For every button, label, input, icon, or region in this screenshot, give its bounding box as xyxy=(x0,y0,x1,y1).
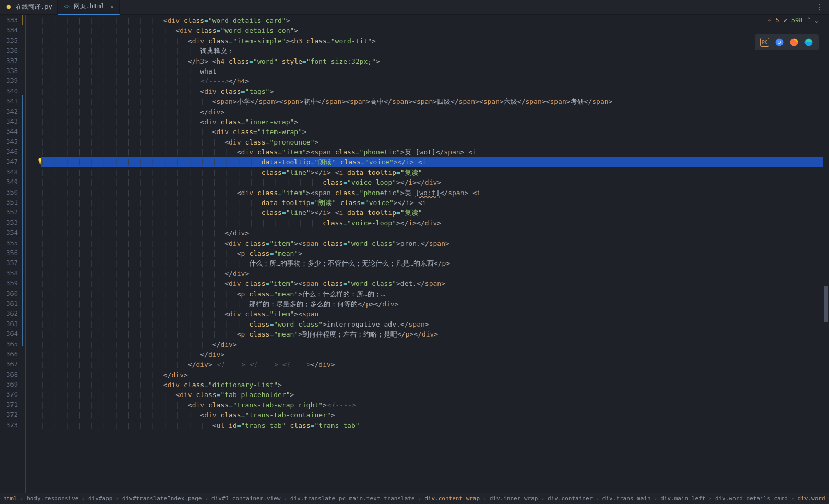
breadcrumb-item[interactable]: body.responsive xyxy=(26,495,79,502)
code-line[interactable]: | | | | | | | | | | | | | | | | | | | | … xyxy=(41,218,829,228)
chevron-right-icon: › xyxy=(652,495,660,502)
tab-bar: 在线翻译.py 网页.html × ⋮ xyxy=(0,0,829,15)
code-line[interactable]: | | | | | | | | | | | | | </div> xyxy=(41,107,829,117)
breadcrumb-item[interactable]: div.word-details-con xyxy=(797,495,829,502)
code-line[interactable]: | | | | | | | | | | | | | | | </div> xyxy=(41,269,829,279)
code-line[interactable]: | | | | | | | | | | | | | | | <div class… xyxy=(41,309,829,319)
tab-html-file[interactable]: 网页.html × xyxy=(58,0,120,15)
edge-icon[interactable] xyxy=(804,38,813,47)
chevron-right-icon: › xyxy=(416,495,424,502)
code-line[interactable]: | | | | | | | | | | <div class="dictiona… xyxy=(41,380,829,390)
code-line[interactable]: | | | | | | | | | | | | | | | | | | clas… xyxy=(41,208,829,218)
code-line[interactable]: | | | | | | | | | | | | | | | <div class… xyxy=(41,137,829,147)
code-line[interactable]: | | | | | | | | | | | | | | | | <div cla… xyxy=(41,188,829,198)
tab-python-file[interactable]: 在线翻译.py xyxy=(0,0,58,15)
tab-overflow-menu[interactable]: ⋮ xyxy=(815,2,829,12)
chevron-right-icon: › xyxy=(706,495,714,502)
code-line[interactable]: | | | | | | | | | | | | | | | | | 那样的；尽量… xyxy=(41,299,829,309)
code-line[interactable]: | | | | | | | | | | | | | | | | | | data… xyxy=(41,157,829,167)
pycharm-preview-icon[interactable]: PC xyxy=(760,38,769,47)
chevron-right-icon: › xyxy=(594,495,601,502)
tab-label: 网页.html xyxy=(74,2,105,11)
chevron-right-icon: › xyxy=(18,495,26,502)
line-number: 368 xyxy=(0,370,18,380)
line-number: 371 xyxy=(0,400,18,410)
code-line[interactable]: | | | | | | | | | | | | | | <ul id="tran… xyxy=(41,421,829,430)
code-line[interactable]: | | | | | | | | | | | | <div class="tran… xyxy=(41,400,829,410)
line-number: 365 xyxy=(0,340,18,350)
line-number: 338 xyxy=(0,66,18,76)
code-line[interactable]: | | | | | | | | | | | | | <!----></h4> xyxy=(41,76,829,86)
code-line[interactable]: | | | | | | | | | | | | | <div class="ta… xyxy=(41,87,829,97)
breadcrumb-item[interactable]: div.main-left xyxy=(659,495,706,502)
nav-down-icon[interactable]: ⌄ xyxy=(815,17,819,24)
line-number: 337 xyxy=(0,56,18,66)
code-line[interactable]: | | | | | | | | | | | | | what xyxy=(41,66,829,76)
code-line[interactable]: | | | | | | | | | | | | | <div class="tr… xyxy=(41,410,829,420)
code-line[interactable]: | | | | | | | | | | | | | | | | | | data… xyxy=(41,198,829,208)
code-line[interactable]: | | | | | | | | | | | | | | | | <p class… xyxy=(41,289,829,299)
code-line[interactable]: | | | | | | | | | | | | </h3> <h4 class=… xyxy=(41,56,829,66)
line-number: 364 xyxy=(0,329,18,339)
code-line[interactable]: | | | | | | | | | | | | | <div class="in… xyxy=(41,117,829,127)
line-number-gutter: 3333343353363373383393403413423433443453… xyxy=(0,15,22,493)
line-number: 367 xyxy=(0,359,18,369)
code-line[interactable]: | | | | | | | | | | | | | | | | | | clas… xyxy=(41,167,829,177)
code-content[interactable]: | | | | | | | | | | <div class="word-det… xyxy=(41,15,829,493)
breadcrumb-item[interactable]: div.container xyxy=(547,495,594,502)
breadcrumb-item[interactable]: div.word-details-card xyxy=(714,495,789,502)
breadcrumb-item[interactable]: div#app xyxy=(87,495,113,502)
line-number: 362 xyxy=(0,309,18,319)
code-line[interactable]: | | | | | | | | | | | | | | | | | | | | … xyxy=(41,177,829,187)
breadcrumb-item[interactable]: div.trans-main xyxy=(601,495,652,502)
svg-point-2 xyxy=(778,41,781,44)
code-line[interactable]: | | | | | | | | | | | | | | | </div> xyxy=(41,228,829,238)
html-file-icon xyxy=(63,3,70,10)
chevron-right-icon: › xyxy=(539,495,547,502)
inspection-status[interactable]: ⚠ 5 ✔ 598 ^ ⌄ xyxy=(767,17,819,24)
line-number: 355 xyxy=(0,238,18,248)
chrome-icon[interactable] xyxy=(775,38,784,47)
code-line[interactable]: | | | | | | | | | | | | | | | | | 什么；所…的… xyxy=(41,258,829,268)
breadcrumb-item[interactable]: div#J-container.view xyxy=(210,495,281,502)
line-number: 366 xyxy=(0,350,18,359)
line-number: 356 xyxy=(0,248,18,258)
code-line[interactable]: | | | | | | | | | | | | | | <span>小学</sp… xyxy=(41,97,829,106)
code-line[interactable]: | | | | | | | | | | | | | | | | <p class… xyxy=(41,329,829,339)
check-icon: ✔ xyxy=(784,17,787,24)
chevron-right-icon: › xyxy=(203,495,210,502)
scrollbar-thumb[interactable] xyxy=(824,286,828,322)
line-number: 345 xyxy=(0,137,18,147)
breadcrumb-item[interactable]: div.content-wrap xyxy=(423,495,481,502)
code-line[interactable]: | | | | | | | | | | | | | | | <div class… xyxy=(41,238,829,248)
code-line[interactable]: | | | | | | | | | | | | | 词典释义： xyxy=(41,46,829,56)
breadcrumb-item[interactable]: div.inner-wrap xyxy=(489,495,539,502)
firefox-icon[interactable] xyxy=(789,38,799,47)
warning-count: 5 xyxy=(775,17,779,24)
code-line[interactable]: | | | | | | | | | | | <div class="tab-pl… xyxy=(41,390,829,400)
code-line[interactable]: | | | | | | | | | | <div class="word-det… xyxy=(41,16,829,26)
code-editor[interactable]: 3333343353363373383393403413423433443453… xyxy=(0,15,829,493)
code-line[interactable]: | | | | | | | | | | | | | </div> xyxy=(41,350,829,359)
code-line[interactable]: | | | | | | | | | | | | | | | | <p class… xyxy=(41,248,829,258)
code-line[interactable]: | | | | | | | | | | | <div class="word-d… xyxy=(41,26,829,35)
code-line[interactable]: | | | | | | | | | | | | | | </div> xyxy=(41,340,829,350)
code-line[interactable]: | | | | | | | | | | | | | | | | <div cla… xyxy=(41,147,829,157)
code-line[interactable]: | | | | | | | | | | </div> xyxy=(41,370,829,380)
nav-up-icon[interactable]: ^ xyxy=(807,17,811,24)
vertical-scrollbar[interactable] xyxy=(823,15,829,493)
warning-icon: ⚠ xyxy=(767,17,771,24)
line-number: 370 xyxy=(0,390,18,400)
breadcrumb-item[interactable]: div.translate-pc-main.text-translate xyxy=(289,495,416,502)
code-line[interactable]: | | | | | | | | | | | | <div class="item… xyxy=(41,36,829,46)
code-line[interactable]: | | | | | | | | | | | | | | | <div class… xyxy=(41,279,829,289)
line-number: 373 xyxy=(0,421,18,430)
breadcrumb-item[interactable]: html xyxy=(2,495,18,502)
line-number: 363 xyxy=(0,319,18,329)
close-icon[interactable]: × xyxy=(110,3,114,10)
code-line[interactable]: | | | | | | | | | | | | | | | | | class=… xyxy=(41,319,829,329)
breadcrumb-item[interactable]: div#translateIndex.page xyxy=(121,495,203,502)
code-line[interactable]: | | | | | | | | | | | | | | <div class="… xyxy=(41,127,829,137)
line-number: 354 xyxy=(0,228,18,238)
code-line[interactable]: | | | | | | | | | | | | </div> <!----> <… xyxy=(41,359,829,369)
